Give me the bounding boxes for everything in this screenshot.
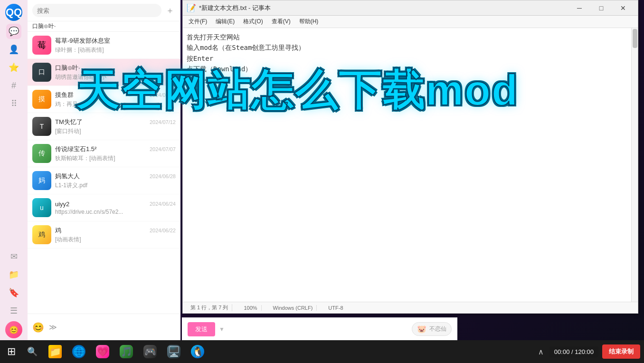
taskbar-pink-app[interactable]: 💗 [91, 340, 114, 363]
chat-avatar-0: 莓 [32, 36, 51, 55]
chat-avatar-2: 摸 [32, 90, 51, 109]
send-button[interactable]: 发送 [188, 322, 215, 336]
chat-avatar-4: 传 [32, 144, 51, 163]
notepad-statusbar: 第 1 行，第 7 列 100% Windows (CRLF) UTF-8 [183, 302, 638, 313]
search-icon: 🔍 [27, 346, 38, 357]
recording-end-button[interactable]: 结束录制 [602, 344, 640, 359]
qq-sidebar: QQ 💬 👤 ⭐ # ⠿ ✉ 📁 🔖 ☰ 😊 [0, 0, 28, 340]
not-love-container: 🐷 不恋仙 [412, 322, 452, 336]
notepad-icon: 📝 [187, 3, 196, 12]
qq-logo: QQ [5, 4, 22, 21]
notepad-scrollbar[interactable] [631, 28, 638, 302]
qq-nav-chat[interactable]: 💬 [6, 24, 21, 39]
chat-info-4: 传说绿宝石1.5² 2024/07/07 狄斯帕哝耳：[动画表情] [55, 145, 176, 162]
close-button[interactable]: ✕ [612, 0, 634, 16]
tray-icons: ∧ [536, 347, 546, 356]
chat-info-3: TM失忆了 2024/07/12 [窗口抖动] [55, 118, 176, 135]
expand-icon[interactable]: ≫ [49, 323, 57, 332]
menu-format[interactable]: 格式(O) [239, 17, 266, 27]
chat-info-7: 鸡 2024/06/22 [动画表情] [55, 226, 176, 244]
qq-nav-folder[interactable]: 📁 [6, 267, 21, 282]
qq-chat-item-6[interactable]: u uiyy2 2024/06/24 https://drive.uc.cn/s… [28, 194, 180, 221]
taskbar-edge[interactable]: 🌐 [67, 340, 90, 363]
taskbar-search-button[interactable]: 🔍 [23, 340, 42, 363]
taskbar: ⊞ 🔍 📁 🌐 💗 🎵 🎮 🖥️ 🐧 [0, 340, 644, 363]
taskbar-file-explorer[interactable]: 📁 [44, 340, 66, 363]
qq-tab-active[interactable]: 口脑⊙叶· [32, 22, 56, 30]
qq-emoji-bar: 😊 ≫ [28, 314, 180, 340]
qq-main-panel: ＋ 口脑⊙叶· 莓 莓草-9研发部休息室 绿叶捆：[动画表情] [28, 0, 180, 340]
emoji-icon[interactable]: 😊 [32, 322, 44, 333]
status-encoding: UTF-8 [324, 305, 347, 311]
menu-file[interactable]: 文件(F) [185, 17, 211, 27]
chat-avatar-3: T [32, 117, 51, 136]
recording-timer: 00:00 / 120:00 [549, 346, 598, 357]
chat-info-6: uiyy2 2024/06/24 https://drive.uc.cn/s/5… [55, 201, 176, 215]
start-button[interactable]: ⊞ [0, 340, 23, 363]
dropdown-arrow[interactable]: ▼ [219, 326, 225, 333]
heart-icon: 🐷 [417, 325, 426, 334]
desktop: P PCL2 🌰 核桃 C Cheat 🔧 图吧工具箱 💬 微信 QQ [0, 0, 644, 363]
status-line-ending: Windows (CRLF) [269, 305, 317, 311]
qq-chat-list: 莓 莓草-9研发部休息室 绿叶捆：[动画表情] 口 [28, 32, 180, 314]
qq-window: QQ 💬 👤 ⭐ # ⠿ ✉ 📁 🔖 ☰ 😊 ＋ 口脑⊙叶· [0, 0, 180, 340]
notepad-title: *新建文本文档.txt - 记事本 [199, 4, 568, 12]
chat-avatar-7: 鸡 [32, 225, 51, 244]
chat-info-0: 莓草-9研发部休息室 绿叶捆：[动画表情] [55, 37, 176, 54]
windows-icon: ⊞ [7, 345, 16, 358]
minimize-button[interactable]: ─ [568, 0, 590, 16]
chat-avatar-5: 妈 [32, 171, 51, 190]
taskbar-app-icons: 📁 🌐 💗 🎵 🎮 🖥️ 🐧 [44, 340, 209, 363]
not-love-label: 不恋仙 [429, 325, 446, 333]
qq-nav-bookmark[interactable]: 🔖 [6, 285, 21, 300]
qq-chat-item-1[interactable]: 口 口脑⊙叶· 胡绣苗邀请你咕哟小 [28, 59, 180, 86]
qq-user-avatar[interactable]: 😊 [5, 321, 22, 338]
notepad-content: 首先打开天空网站 输入mod名（在Steam创意工坊里寻找） 按Enter 点下… [183, 28, 638, 302]
window-controls: ─ □ ✕ [568, 0, 634, 16]
qq-search-input[interactable] [32, 4, 161, 17]
status-position: 第 1 行，第 7 列 [187, 304, 232, 311]
qq-chat-item-2[interactable]: 摸 摸鱼群 2024/07/13 鸡：再见 [28, 86, 180, 113]
qq-nav-apps[interactable]: ⠿ [6, 96, 21, 111]
status-zoom: 100% [240, 305, 261, 311]
qq-nav-favorites[interactable]: ⭐ [6, 60, 21, 75]
taskbar-qq[interactable]: 🐧 [186, 340, 209, 363]
taskbar-right: ∧ 00:00 / 120:00 结束录制 [536, 344, 644, 359]
chat-info-1: 口脑⊙叶· 胡绣苗邀请你咕哟小 [55, 64, 176, 81]
maximize-button[interactable]: □ [590, 0, 612, 16]
taskbar-monitor-app[interactable]: 🖥️ [162, 340, 185, 363]
notepad-window: 📝 *新建文本文档.txt - 记事本 ─ □ ✕ 文件(F) 编辑(E) 格式… [182, 0, 638, 314]
qq-chat-item-0[interactable]: 莓 莓草-9研发部休息室 绿叶捆：[动画表情] [28, 32, 180, 59]
chat-avatar-1: 口 [32, 63, 51, 82]
taskbar-music-app[interactable]: 🎵 [115, 340, 138, 363]
notepad-menubar: 文件(F) 编辑(E) 格式(O) 查看(V) 帮助(H) [183, 16, 638, 28]
qq-nav-menu[interactable]: ☰ [6, 303, 21, 318]
notepad-titlebar: 📝 *新建文本文档.txt - 记事本 ─ □ ✕ [183, 0, 638, 16]
scrollbar-thumb [633, 29, 637, 48]
qq-nav-explore[interactable]: # [6, 78, 21, 93]
qq-nav-contacts[interactable]: 👤 [6, 42, 21, 57]
taskbar-game-app[interactable]: 🎮 [139, 340, 161, 363]
menu-edit[interactable]: 编辑(E) [212, 17, 238, 27]
chat-info-2: 摸鱼群 2024/07/13 鸡：再见 [55, 91, 176, 108]
menu-view[interactable]: 查看(V) [268, 17, 294, 27]
chat-info-5: 妈氢大人 2024/06/28 L1-1讲义.pdf [55, 172, 176, 190]
qq-chat-item-5[interactable]: 妈 妈氢大人 2024/06/28 L1-1讲义.pdf [28, 167, 180, 194]
qq-search-bar: ＋ [28, 0, 180, 21]
qq-nav-mail[interactable]: ✉ [6, 249, 21, 264]
qq-chat-item-7[interactable]: 鸡 鸡 2024/06/22 [动画表情] [28, 221, 180, 248]
menu-help[interactable]: 帮助(H) [295, 17, 322, 27]
qq-chat-item-3[interactable]: T TM失忆了 2024/07/12 [窗口抖动] [28, 113, 180, 140]
qq-tabs-row: 口脑⊙叶· [28, 21, 180, 32]
chat-avatar-6: u [32, 198, 51, 217]
chat-send-area: 发送 ▼ 🐷 不恋仙 [182, 317, 457, 340]
tray-chevron-up[interactable]: ∧ [538, 347, 544, 356]
qq-chat-item-4[interactable]: 传 传说绿宝石1.5² 2024/07/07 狄斯帕哝耳：[动画表情] [28, 140, 180, 167]
notepad-textarea[interactable]: 首先打开天空网站 输入mod名（在Steam创意工坊里寻找） 按Enter 点下… [183, 28, 638, 302]
qq-add-button[interactable]: ＋ [164, 5, 176, 16]
